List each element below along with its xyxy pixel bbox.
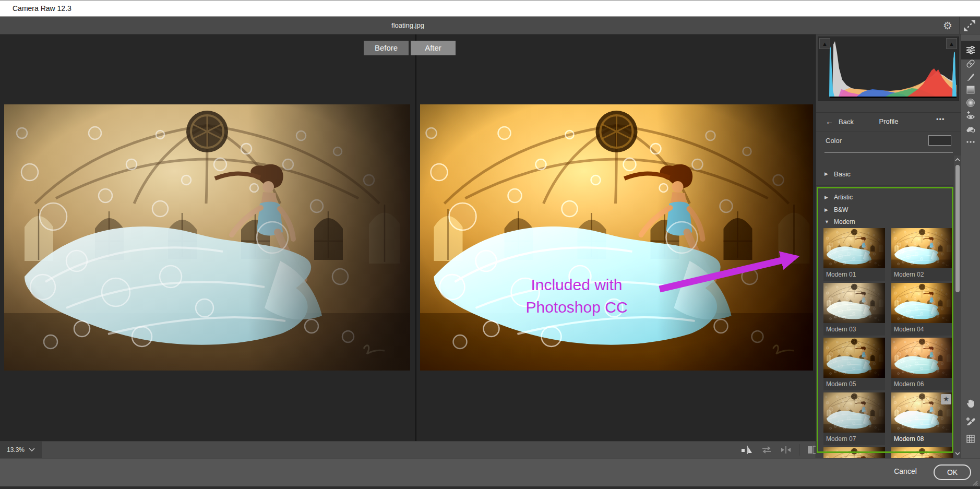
red-eye-icon[interactable]: [965, 111, 976, 121]
before-after-view-controls: [741, 442, 819, 458]
white-balance-sampler-icon[interactable]: [965, 416, 976, 426]
swap-before-after-icon[interactable]: [760, 445, 773, 455]
filename-label: floating.jpg: [0, 21, 816, 29]
preset-label: Modern 03: [823, 323, 885, 336]
preset-modern-08[interactable]: ★ Modern 08: [891, 392, 953, 445]
radial-filter-icon[interactable]: [965, 98, 976, 108]
section-modern-label: Modern: [834, 218, 855, 225]
zoom-level-value: 13.3%: [7, 446, 25, 454]
window-title: Camera Raw 12.3: [13, 4, 71, 13]
hand-tool-icon[interactable]: [965, 398, 976, 409]
chevron-right-icon: ▶: [824, 207, 828, 212]
chevron-down-icon: [29, 448, 35, 452]
presets-icon[interactable]: [965, 124, 976, 134]
panel-divider: [816, 131, 961, 132]
spot-removal-icon[interactable]: [965, 58, 976, 69]
panel-scrollbar[interactable]: [954, 156, 961, 458]
zoom-level-dropdown[interactable]: 13.3%: [0, 442, 42, 458]
resize-grip[interactable]: [972, 480, 978, 486]
preset-label: Modern 05: [823, 378, 885, 390]
color-underline: [824, 152, 953, 153]
preset-modern-02[interactable]: Modern 02: [891, 228, 953, 281]
chevron-right-icon: ▶: [824, 195, 828, 200]
preset-label: Modern 02: [891, 268, 953, 281]
preset-partial[interactable]: [823, 447, 885, 458]
preset-modern-03[interactable]: Modern 03: [823, 283, 885, 336]
favorite-star-icon[interactable]: ★: [941, 394, 951, 404]
scroll-down-icon[interactable]: [954, 450, 961, 457]
edit-sliders-icon[interactable]: [965, 45, 976, 55]
preset-label: Modern 04: [891, 323, 953, 336]
histogram: ▲ ▲: [818, 37, 959, 101]
after-image[interactable]: [420, 104, 813, 371]
section-bw[interactable]: ▶ B&W: [816, 205, 953, 218]
copy-settings-to-before-icon[interactable]: [780, 445, 792, 455]
color-label: Color: [826, 137, 842, 145]
preview-area: Before After Included with Photoshop CC …: [0, 34, 816, 458]
preset-label: Modern 07: [823, 433, 885, 445]
preset-modern-01[interactable]: Modern 01: [823, 228, 885, 281]
cycle-before-after-view-icon[interactable]: [741, 445, 754, 455]
preset-modern-04[interactable]: Modern 04: [891, 283, 953, 336]
more-tools-icon[interactable]: [965, 137, 976, 147]
tab-before[interactable]: Before: [364, 41, 409, 55]
cancel-button[interactable]: Cancel: [886, 467, 925, 475]
topbar-divider: [959, 17, 960, 34]
preset-label: Modern 08: [891, 433, 953, 445]
toggle-fullscreen-icon[interactable]: [963, 19, 976, 32]
section-bw-label: B&W: [834, 206, 848, 213]
scroll-up-icon[interactable]: [954, 156, 961, 163]
before-after-tabs: Before After: [364, 41, 456, 55]
before-after-divider: [415, 34, 416, 441]
histogram-plot: [828, 38, 959, 100]
window-bottom-edge: [0, 486, 980, 489]
preset-label: Modern 01: [823, 268, 885, 281]
graduated-filter-icon[interactable]: [965, 85, 976, 95]
tab-after[interactable]: After: [411, 41, 456, 55]
view-controls-divider: [799, 444, 799, 456]
section-artistic[interactable]: ▶ Artistic: [816, 193, 953, 205]
more-options-button[interactable]: •••: [936, 115, 945, 123]
dialog-footer: Cancel OK: [0, 458, 980, 486]
viewer-status-bar: 13.3%: [0, 441, 816, 458]
ok-button[interactable]: OK: [934, 464, 971, 480]
before-image[interactable]: [4, 104, 410, 371]
top-bar: floating.jpg ⚙: [0, 17, 980, 34]
color-swatch[interactable]: [928, 135, 951, 146]
settings-panel: ▲ ▲ ←Back Profile ••• Color ▶ Basic ▶ Ar…: [816, 34, 961, 458]
panel-divider: [816, 112, 961, 113]
panel-divider: [816, 185, 953, 186]
preset-modern-07[interactable]: Modern 07: [823, 392, 885, 445]
preset-partial[interactable]: [891, 447, 953, 458]
preferences-gear-icon[interactable]: ⚙: [940, 18, 955, 33]
preset-label: Modern 06: [891, 378, 953, 390]
section-basic-label: Basic: [834, 170, 851, 178]
preset-modern-06[interactable]: Modern 06: [891, 338, 953, 390]
chevron-down-icon: ▼: [824, 219, 829, 224]
section-artistic-label: Artistic: [834, 194, 853, 201]
tools-toolbar: [961, 34, 980, 458]
preset-modern-05[interactable]: Modern 05: [823, 338, 885, 390]
adjustment-brush-icon[interactable]: [965, 72, 976, 82]
window-title-bar: Camera Raw 12.3: [0, 0, 980, 17]
section-basic[interactable]: ▶ Basic: [816, 169, 953, 182]
scrollbar-thumb[interactable]: [955, 165, 960, 292]
grid-view-icon[interactable]: [965, 434, 976, 444]
chevron-right-icon: ▶: [824, 171, 828, 176]
